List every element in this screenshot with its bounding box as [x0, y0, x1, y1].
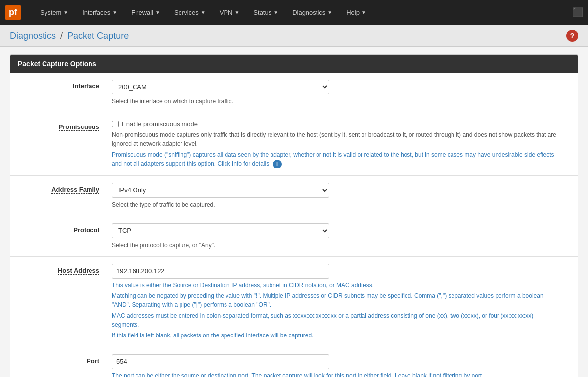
host-address-label-col: Host Address [10, 264, 109, 274]
host-address-control-col: This value is either the Source or Desti… [109, 264, 578, 340]
chevron-down-icon: ▼ [327, 10, 332, 15]
address-family-row: Address Family IPv4 Only Select the type… [10, 176, 578, 216]
host-address-input[interactable] [112, 264, 329, 279]
interface-label: Interface [73, 83, 99, 90]
breadcrumb-text: Diagnostics / Packet Capture [10, 31, 129, 41]
port-row: Port The port can be either the source o… [10, 347, 578, 377]
promiscuous-help-black: Non-promiscuous mode captures only traff… [112, 130, 557, 148]
protocol-help: Select the protocol to capture, or "Any"… [112, 241, 557, 250]
nav-item-help[interactable]: Help ▼ [339, 0, 373, 25]
breadcrumb-current[interactable]: Packet Capture [67, 31, 129, 41]
panel-heading: Packet Capture Options [10, 55, 578, 73]
host-address-help2: Matching can be negated by preceding the… [112, 292, 557, 309]
nav-link-diagnostics[interactable]: Diagnostics ▼ [285, 0, 339, 25]
chevron-down-icon: ▼ [201, 10, 206, 15]
interface-help: Select the interface on which to capture… [112, 97, 557, 106]
promiscuous-row: Promiscuous Enable promiscuous mode Non-… [10, 113, 578, 176]
address-family-label: Address Family [51, 186, 99, 194]
nav-link-interfaces[interactable]: Interfaces ▼ [75, 0, 124, 25]
logo-box: pf [5, 5, 21, 20]
promiscuous-label: Promiscuous [59, 123, 99, 131]
nav-link-status[interactable]: Status ▼ [246, 0, 285, 25]
address-family-select[interactable]: IPv4 Only [112, 183, 329, 198]
protocol-label-col: Protocol [10, 223, 109, 234]
port-control-col: The port can be either the source or des… [109, 354, 578, 377]
protocol-label: Protocol [73, 226, 99, 234]
address-family-control-col: IPv4 Only Select the type of traffic to … [109, 183, 578, 209]
nav-link-vpn[interactable]: VPN ▼ [213, 0, 247, 25]
port-label: Port [87, 357, 99, 365]
promiscuous-checkbox-wrap: Enable promiscuous mode [112, 120, 578, 127]
nav-item-status[interactable]: Status ▼ [246, 0, 285, 25]
logout-icon[interactable]: ⬛ [572, 7, 583, 18]
protocol-select[interactable]: TCP [112, 223, 329, 238]
breadcrumb-separator: / [60, 31, 63, 41]
interface-label-col: Interface [10, 80, 109, 90]
interface-row: Interface 200_CAM Select the interface o… [10, 73, 578, 113]
address-family-help: Select the type of traffic to be capture… [112, 200, 557, 209]
promiscuous-control-col: Enable promiscuous mode Non-promiscuous … [109, 120, 578, 168]
interface-control-col: 200_CAM Select the interface on which to… [109, 80, 578, 106]
port-help: The port can be either the source or des… [112, 371, 557, 377]
chevron-down-icon: ▼ [155, 10, 160, 15]
navbar: pf System ▼ Interfaces ▼ Firewall ▼ Serv… [0, 0, 588, 25]
brand: pf [5, 5, 23, 20]
nav-link-firewall[interactable]: Firewall ▼ [124, 0, 167, 25]
nav-link-system[interactable]: System ▼ [33, 0, 75, 25]
host-address-row: Host Address This value is either the So… [10, 257, 578, 347]
breadcrumb: Diagnostics / Packet Capture ? [0, 25, 588, 47]
help-icon[interactable]: ? [566, 30, 578, 42]
host-address-help4: If this field is left blank, all packets… [112, 331, 557, 340]
nav-link-services[interactable]: Services ▼ [167, 0, 213, 25]
host-address-help1: This value is either the Source or Desti… [112, 281, 557, 290]
promiscuous-label-col: Promiscuous [10, 120, 109, 130]
breadcrumb-parent[interactable]: Diagnostics [10, 31, 56, 41]
promiscuous-help-blue: Promiscuous mode ("sniffing") captures a… [112, 150, 557, 168]
chevron-down-icon: ▼ [112, 10, 117, 15]
chevron-down-icon: ▼ [63, 10, 68, 15]
navbar-right: ⬛ [572, 7, 583, 18]
logo-text: pf [9, 7, 17, 17]
protocol-row: Protocol TCP Select the protocol to capt… [10, 216, 578, 257]
nav-item-vpn[interactable]: VPN ▼ [213, 0, 247, 25]
protocol-control-col: TCP Select the protocol to capture, or "… [109, 223, 578, 250]
chevron-down-icon: ▼ [273, 10, 278, 15]
nav-menu: System ▼ Interfaces ▼ Firewall ▼ Service… [33, 0, 572, 25]
chevron-down-icon: ▼ [234, 10, 239, 15]
promiscuous-checkbox[interactable] [112, 121, 119, 127]
info-icon[interactable]: i [273, 160, 282, 168]
interface-select[interactable]: 200_CAM [112, 80, 329, 94]
nav-item-diagnostics[interactable]: Diagnostics ▼ [285, 0, 339, 25]
nav-item-firewall[interactable]: Firewall ▼ [124, 0, 167, 25]
nav-link-help[interactable]: Help ▼ [339, 0, 373, 25]
address-family-label-col: Address Family [10, 183, 109, 193]
main-content: Packet Capture Options Interface 200_CAM… [0, 47, 588, 377]
chevron-down-icon: ▼ [362, 10, 366, 15]
port-input[interactable] [112, 354, 329, 369]
nav-item-interfaces[interactable]: Interfaces ▼ [75, 0, 124, 25]
nav-item-services[interactable]: Services ▼ [167, 0, 213, 25]
nav-item-system[interactable]: System ▼ [33, 0, 75, 25]
promiscuous-checkbox-label: Enable promiscuous mode [122, 120, 198, 127]
packet-capture-panel: Packet Capture Options Interface 200_CAM… [10, 54, 578, 377]
host-address-label: Host Address [58, 267, 99, 275]
port-label-col: Port [10, 354, 109, 365]
host-address-help3: MAC addresses must be entered in colon-s… [112, 311, 557, 329]
